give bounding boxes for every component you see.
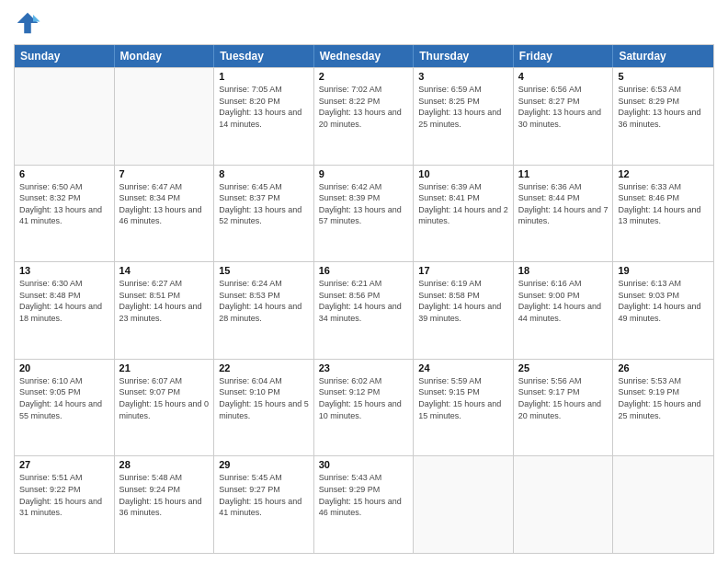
- day-content: Sunrise: 6:02 AM Sunset: 9:12 PM Dayligh…: [319, 375, 409, 421]
- day-number: 17: [418, 265, 508, 276]
- day-header-monday: Monday: [115, 45, 215, 67]
- day-content: Sunrise: 6:30 AM Sunset: 8:48 PM Dayligh…: [19, 278, 109, 324]
- day-number: 8: [219, 168, 309, 179]
- day-content: Sunrise: 5:53 AM Sunset: 9:19 PM Dayligh…: [618, 375, 709, 421]
- day-cell-8: 8Sunrise: 6:45 AM Sunset: 8:37 PM Daylig…: [214, 166, 314, 262]
- day-content: Sunrise: 6:53 AM Sunset: 8:29 PM Dayligh…: [618, 84, 709, 130]
- day-number: 16: [319, 265, 409, 276]
- day-content: Sunrise: 6:39 AM Sunset: 8:41 PM Dayligh…: [418, 181, 508, 227]
- day-cell-17: 17Sunrise: 6:19 AM Sunset: 8:58 PM Dayli…: [414, 262, 514, 359]
- day-number: 13: [19, 265, 109, 276]
- day-content: Sunrise: 6:16 AM Sunset: 9:00 PM Dayligh…: [518, 278, 609, 324]
- header: [14, 9, 714, 37]
- day-header-friday: Friday: [514, 45, 614, 67]
- day-cell-28: 28Sunrise: 5:48 AM Sunset: 9:24 PM Dayli…: [115, 456, 215, 553]
- day-content: Sunrise: 5:56 AM Sunset: 9:17 PM Dayligh…: [518, 375, 609, 421]
- day-content: Sunrise: 5:59 AM Sunset: 9:15 PM Dayligh…: [418, 375, 508, 421]
- day-content: Sunrise: 5:43 AM Sunset: 9:29 PM Dayligh…: [319, 472, 409, 518]
- day-cell-4: 4Sunrise: 6:56 AM Sunset: 8:27 PM Daylig…: [514, 68, 614, 165]
- day-cell-10: 10Sunrise: 6:39 AM Sunset: 8:41 PM Dayli…: [414, 166, 514, 262]
- logo: [14, 9, 45, 37]
- day-cell-22: 22Sunrise: 6:04 AM Sunset: 9:10 PM Dayli…: [214, 360, 314, 456]
- day-number: 25: [518, 362, 609, 373]
- day-cell-30: 30Sunrise: 5:43 AM Sunset: 9:29 PM Dayli…: [314, 456, 415, 553]
- day-content: Sunrise: 6:07 AM Sunset: 9:07 PM Dayligh…: [119, 375, 210, 421]
- day-number: 24: [418, 362, 508, 373]
- day-content: Sunrise: 6:36 AM Sunset: 8:44 PM Dayligh…: [518, 181, 609, 227]
- calendar-header: SundayMondayTuesdayWednesdayThursdayFrid…: [15, 45, 713, 67]
- empty-cell: [15, 68, 115, 165]
- week-row-3: 13Sunrise: 6:30 AM Sunset: 8:48 PM Dayli…: [15, 261, 713, 359]
- svg-marker-0: [17, 13, 39, 34]
- day-cell-27: 27Sunrise: 5:51 AM Sunset: 9:22 PM Dayli…: [15, 456, 115, 553]
- day-number: 11: [518, 168, 609, 179]
- logo-icon: [14, 9, 41, 37]
- day-number: 4: [518, 71, 609, 82]
- day-cell-24: 24Sunrise: 5:59 AM Sunset: 9:15 PM Dayli…: [414, 360, 514, 456]
- day-cell-19: 19Sunrise: 6:13 AM Sunset: 9:03 PM Dayli…: [613, 262, 713, 359]
- day-number: 30: [319, 459, 409, 470]
- week-row-1: 1Sunrise: 7:05 AM Sunset: 8:20 PM Daylig…: [15, 67, 713, 165]
- day-cell-13: 13Sunrise: 6:30 AM Sunset: 8:48 PM Dayli…: [15, 262, 115, 359]
- day-number: 3: [418, 71, 508, 82]
- day-cell-18: 18Sunrise: 6:16 AM Sunset: 9:00 PM Dayli…: [514, 262, 614, 359]
- day-cell-6: 6Sunrise: 6:50 AM Sunset: 8:32 PM Daylig…: [15, 166, 115, 262]
- day-cell-21: 21Sunrise: 6:07 AM Sunset: 9:07 PM Dayli…: [115, 360, 215, 456]
- day-cell-9: 9Sunrise: 6:42 AM Sunset: 8:39 PM Daylig…: [314, 166, 415, 262]
- day-cell-23: 23Sunrise: 6:02 AM Sunset: 9:12 PM Dayli…: [314, 360, 415, 456]
- empty-cell: [514, 456, 614, 553]
- day-number: 5: [618, 71, 709, 82]
- day-number: 20: [19, 362, 109, 373]
- calendar-body: 1Sunrise: 7:05 AM Sunset: 8:20 PM Daylig…: [15, 67, 713, 553]
- day-number: 10: [418, 168, 508, 179]
- day-number: 28: [119, 459, 210, 470]
- day-content: Sunrise: 7:05 AM Sunset: 8:20 PM Dayligh…: [219, 84, 309, 130]
- day-content: Sunrise: 6:21 AM Sunset: 8:56 PM Dayligh…: [319, 278, 409, 324]
- day-number: 6: [19, 168, 109, 179]
- day-cell-2: 2Sunrise: 7:02 AM Sunset: 8:22 PM Daylig…: [314, 68, 415, 165]
- day-number: 1: [219, 71, 309, 82]
- day-content: Sunrise: 5:45 AM Sunset: 9:27 PM Dayligh…: [219, 472, 309, 518]
- empty-cell: [613, 456, 713, 553]
- day-content: Sunrise: 6:50 AM Sunset: 8:32 PM Dayligh…: [19, 181, 109, 227]
- day-cell-3: 3Sunrise: 6:59 AM Sunset: 8:25 PM Daylig…: [414, 68, 514, 165]
- page: SundayMondayTuesdayWednesdayThursdayFrid…: [0, 0, 728, 563]
- day-content: Sunrise: 6:45 AM Sunset: 8:37 PM Dayligh…: [219, 181, 309, 227]
- day-content: Sunrise: 6:10 AM Sunset: 9:05 PM Dayligh…: [19, 375, 109, 421]
- day-content: Sunrise: 6:04 AM Sunset: 9:10 PM Dayligh…: [219, 375, 309, 421]
- day-cell-25: 25Sunrise: 5:56 AM Sunset: 9:17 PM Dayli…: [514, 360, 614, 456]
- day-content: Sunrise: 6:27 AM Sunset: 8:51 PM Dayligh…: [119, 278, 210, 324]
- day-cell-16: 16Sunrise: 6:21 AM Sunset: 8:56 PM Dayli…: [314, 262, 415, 359]
- day-cell-12: 12Sunrise: 6:33 AM Sunset: 8:46 PM Dayli…: [613, 166, 713, 262]
- day-content: Sunrise: 5:48 AM Sunset: 9:24 PM Dayligh…: [119, 472, 210, 518]
- day-cell-29: 29Sunrise: 5:45 AM Sunset: 9:27 PM Dayli…: [214, 456, 314, 553]
- day-number: 27: [19, 459, 109, 470]
- day-cell-5: 5Sunrise: 6:53 AM Sunset: 8:29 PM Daylig…: [613, 68, 713, 165]
- day-number: 19: [618, 265, 709, 276]
- day-header-tuesday: Tuesday: [214, 45, 314, 67]
- day-content: Sunrise: 6:13 AM Sunset: 9:03 PM Dayligh…: [618, 278, 709, 324]
- day-header-thursday: Thursday: [414, 45, 514, 67]
- day-number: 7: [119, 168, 210, 179]
- day-number: 22: [219, 362, 309, 373]
- day-content: Sunrise: 5:51 AM Sunset: 9:22 PM Dayligh…: [19, 472, 109, 518]
- day-header-wednesday: Wednesday: [314, 45, 415, 67]
- svg-marker-1: [33, 15, 40, 22]
- empty-cell: [414, 456, 514, 553]
- day-cell-15: 15Sunrise: 6:24 AM Sunset: 8:53 PM Dayli…: [214, 262, 314, 359]
- week-row-5: 27Sunrise: 5:51 AM Sunset: 9:22 PM Dayli…: [15, 455, 713, 553]
- day-cell-7: 7Sunrise: 6:47 AM Sunset: 8:34 PM Daylig…: [115, 166, 215, 262]
- day-header-sunday: Sunday: [15, 45, 115, 67]
- day-content: Sunrise: 6:19 AM Sunset: 8:58 PM Dayligh…: [418, 278, 508, 324]
- day-number: 9: [319, 168, 409, 179]
- day-content: Sunrise: 6:33 AM Sunset: 8:46 PM Dayligh…: [618, 181, 709, 227]
- day-number: 2: [319, 71, 409, 82]
- day-number: 14: [119, 265, 210, 276]
- day-number: 18: [518, 265, 609, 276]
- day-cell-1: 1Sunrise: 7:05 AM Sunset: 8:20 PM Daylig…: [214, 68, 314, 165]
- day-content: Sunrise: 6:42 AM Sunset: 8:39 PM Dayligh…: [319, 181, 409, 227]
- day-content: Sunrise: 6:24 AM Sunset: 8:53 PM Dayligh…: [219, 278, 309, 324]
- day-cell-14: 14Sunrise: 6:27 AM Sunset: 8:51 PM Dayli…: [115, 262, 215, 359]
- empty-cell: [115, 68, 215, 165]
- week-row-2: 6Sunrise: 6:50 AM Sunset: 8:32 PM Daylig…: [15, 165, 713, 262]
